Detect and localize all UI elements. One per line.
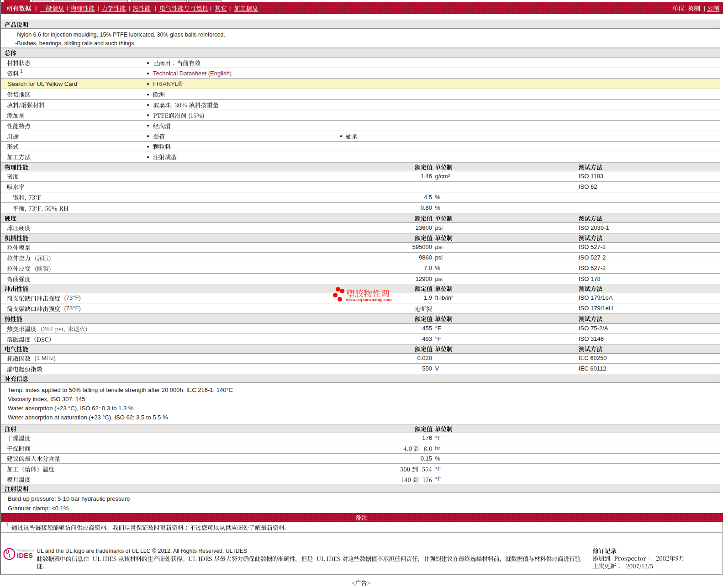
svg-text:L: L xyxy=(9,553,12,558)
